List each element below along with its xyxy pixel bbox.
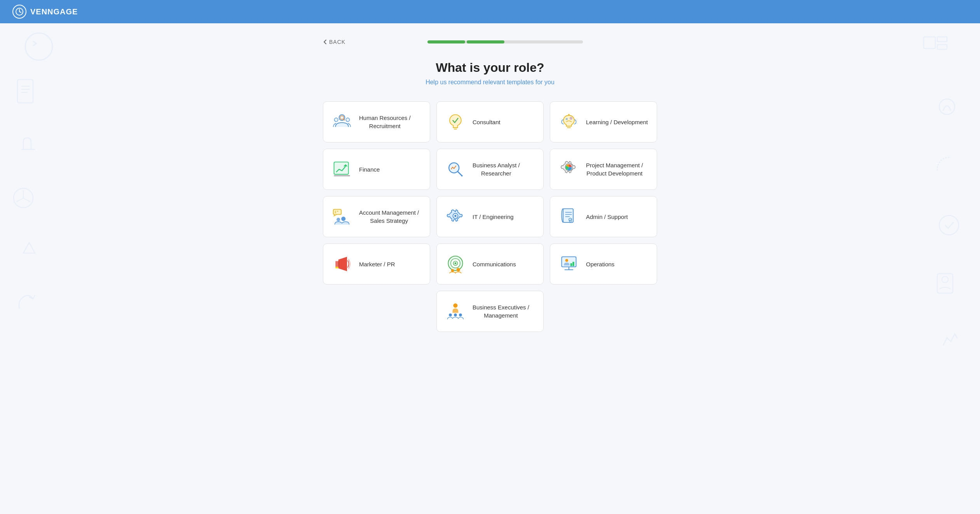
svg-rect-60 — [572, 262, 574, 266]
role-label-human-resources: Human Resources /Recruitment — [359, 114, 411, 130]
svg-line-32 — [458, 172, 462, 176]
svg-point-9 — [14, 188, 33, 208]
roles-grid: Human Resources /Recruitment Consultant — [323, 101, 657, 332]
progress-segment-1 — [427, 40, 465, 43]
svg-rect-48 — [335, 267, 338, 268]
role-card-project-management[interactable]: Project Management /Product Development — [550, 149, 657, 190]
role-label-communications: Communications — [473, 260, 516, 268]
communications-icon — [445, 253, 466, 275]
analyst-icon — [445, 158, 466, 180]
svg-point-62 — [449, 314, 452, 316]
svg-rect-35 — [333, 209, 341, 214]
back-label: BACK — [329, 39, 345, 45]
learning-icon — [558, 111, 580, 133]
page-subtitle: Help us recommend relevant templates for… — [323, 79, 657, 86]
svg-point-54 — [457, 268, 460, 271]
svg-point-58 — [565, 259, 568, 262]
svg-rect-59 — [570, 263, 572, 266]
svg-rect-11 — [937, 37, 947, 42]
role-label-project: Project Management /Product Development — [586, 161, 643, 177]
svg-point-3 — [25, 33, 52, 60]
operations-icon — [558, 253, 580, 275]
progress-segment-4 — [545, 40, 583, 43]
role-card-business-analyst[interactable]: Business Analyst /Researcher — [436, 149, 544, 190]
progress-area: BACK — [323, 39, 657, 45]
svg-point-39 — [337, 218, 340, 221]
svg-rect-47 — [338, 261, 339, 267]
marketer-icon — [331, 253, 353, 275]
svg-point-13 — [939, 99, 955, 115]
svg-point-23 — [566, 118, 568, 120]
role-card-consultant[interactable]: Consultant — [436, 101, 544, 142]
svg-point-33 — [461, 175, 463, 177]
progress-bar — [427, 40, 583, 43]
svg-point-52 — [455, 262, 457, 264]
finance-icon — [331, 158, 353, 180]
role-card-communications[interactable]: Communications — [436, 243, 544, 285]
svg-point-53 — [451, 269, 454, 272]
svg-point-40 — [341, 217, 345, 221]
svg-rect-28 — [334, 162, 349, 174]
svg-point-42 — [454, 215, 457, 217]
svg-rect-15 — [937, 274, 953, 293]
sales-icon — [331, 206, 353, 227]
logo-icon — [12, 5, 26, 19]
svg-point-61 — [453, 304, 457, 308]
role-label-sales: Account Management /Sales Strategy — [359, 208, 419, 225]
main-content: BACK What is your role? Help us recommen… — [315, 23, 665, 347]
header: VENNGAGE — [0, 0, 980, 23]
svg-point-64 — [459, 314, 462, 316]
svg-rect-36 — [335, 211, 336, 212]
svg-point-27 — [568, 114, 570, 116]
role-label-finance: Finance — [359, 165, 380, 174]
svg-point-19 — [346, 118, 349, 122]
role-card-marketer-pr[interactable]: Marketer / PR — [323, 243, 430, 285]
role-label-learning: Learning / Development — [586, 118, 648, 126]
page-title: What is your role? — [323, 61, 657, 75]
svg-rect-4 — [17, 80, 33, 103]
role-card-it-engineering[interactable]: IT / Engineering — [436, 196, 544, 237]
svg-rect-10 — [924, 37, 935, 49]
svg-rect-37 — [337, 211, 338, 212]
svg-rect-12 — [937, 45, 947, 49]
svg-point-18 — [335, 118, 338, 122]
role-label-operations: Operations — [586, 260, 614, 268]
role-label-marketer: Marketer / PR — [359, 260, 395, 268]
svg-point-63 — [454, 314, 457, 316]
progress-track — [427, 40, 583, 43]
hr-icon — [331, 111, 353, 133]
svg-rect-38 — [335, 212, 336, 213]
logo-area: VENNGAGE — [12, 5, 78, 19]
project-icon — [558, 158, 580, 180]
role-label-admin: Admin / Support — [586, 213, 628, 221]
progress-segment-2 — [467, 40, 504, 43]
admin-icon — [558, 206, 580, 227]
progress-segment-3 — [506, 40, 544, 43]
it-icon — [445, 206, 466, 227]
role-label-it: IT / Engineering — [473, 213, 514, 221]
role-card-operations[interactable]: Operations — [550, 243, 657, 285]
role-label-consultant: Consultant — [473, 118, 500, 126]
role-label-executives: Business Executives /Management — [473, 303, 529, 320]
role-card-learning-development[interactable]: Learning / Development — [550, 101, 657, 142]
role-card-account-management[interactable]: Account Management /Sales Strategy — [323, 196, 430, 237]
svg-point-16 — [942, 276, 948, 283]
role-card-human-resources[interactable]: Human Resources /Recruitment — [323, 101, 430, 142]
role-card-finance[interactable]: Finance — [323, 149, 430, 190]
svg-point-14 — [939, 215, 959, 235]
consultant-icon — [445, 111, 466, 133]
svg-line-2 — [19, 12, 21, 12]
executives-icon — [445, 300, 466, 322]
back-button[interactable]: BACK — [323, 39, 345, 45]
svg-point-24 — [570, 117, 572, 120]
role-card-business-executives[interactable]: Business Executives /Management — [436, 291, 544, 332]
role-card-admin-support[interactable]: Admin / Support — [550, 196, 657, 237]
logo-text: VENNGAGE — [30, 7, 78, 16]
role-label-analyst: Business Analyst /Researcher — [473, 161, 520, 177]
